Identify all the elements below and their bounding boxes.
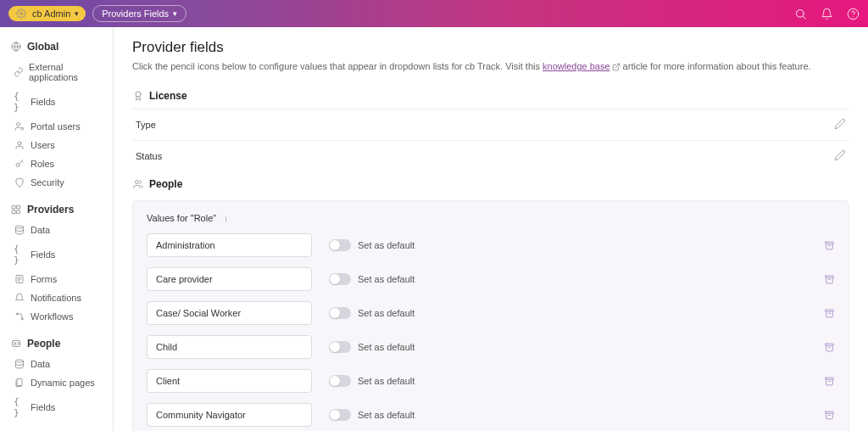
field-row-type: Type [132, 109, 849, 140]
app-header: cb Admin ▾ Providers Fields ▾ [0, 0, 868, 27]
sidebar-item-label: Fields [31, 97, 55, 107]
value-input[interactable] [147, 301, 312, 325]
sidebar-item[interactable]: { }Fields [0, 239, 113, 270]
default-toggle[interactable] [329, 409, 351, 421]
key-icon [14, 159, 25, 169]
default-toggle-label: Set as default [358, 308, 415, 318]
default-toggle-label: Set as default [358, 274, 415, 284]
archive-icon[interactable] [824, 410, 835, 421]
pencil-icon[interactable] [834, 118, 846, 132]
sidebar-group[interactable]: Global [0, 36, 113, 58]
chevron-down-icon: ▾ [75, 9, 79, 18]
svg-rect-9 [17, 206, 20, 210]
flow-icon [14, 311, 25, 322]
svg-rect-10 [13, 210, 16, 214]
value-row: Set as default [147, 403, 835, 427]
sidebar-group[interactable]: Providers [0, 199, 113, 221]
default-toggle[interactable] [329, 375, 351, 387]
default-toggle[interactable] [329, 273, 351, 285]
help-icon[interactable] [847, 8, 860, 20]
sidebar-item[interactable]: Data [0, 355, 113, 373]
sidebar-item[interactable]: Forms [0, 270, 113, 288]
sidebar-item[interactable]: Security [0, 173, 113, 192]
archive-icon[interactable] [824, 274, 835, 285]
form-icon [14, 274, 25, 284]
breadcrumb-pill[interactable]: Providers Fields ▾ [92, 5, 186, 22]
license-icon [132, 91, 144, 101]
sidebar-item[interactable]: Workflows [0, 307, 113, 326]
svg-point-0 [20, 13, 23, 15]
value-input[interactable] [147, 267, 312, 291]
svg-point-4 [17, 123, 20, 126]
value-row: Set as default [147, 301, 835, 325]
search-icon[interactable] [794, 8, 807, 20]
svg-rect-8 [13, 206, 16, 210]
sidebar-item[interactable]: Data [0, 221, 113, 239]
gear-icon [15, 8, 27, 19]
default-toggle[interactable] [329, 307, 351, 319]
database-icon [14, 359, 25, 369]
page-title: Provider fields [132, 39, 849, 56]
value-row: Set as default [147, 233, 835, 257]
values-panel: Values for "Role" ↓ Set as defaultSet as… [132, 200, 849, 431]
values-title: Values for "Role" ↓ [147, 213, 835, 223]
sidebar-item-label: Data [31, 225, 50, 235]
chevron-down-icon: ▾ [173, 9, 177, 18]
admin-pill[interactable]: cb Admin ▾ [8, 6, 86, 21]
arrow-down-icon[interactable]: ↓ [224, 214, 228, 223]
value-input[interactable] [147, 233, 312, 257]
shield-icon [14, 177, 25, 188]
svg-point-1 [797, 9, 804, 17]
sidebar-item-label: External applications [29, 62, 103, 82]
sidebar-item-label: Users [31, 140, 55, 150]
svg-point-2 [848, 8, 859, 20]
sidebar-item-label: Roles [31, 159, 54, 169]
sidebar-item-label: Fields [31, 402, 55, 412]
archive-icon[interactable] [824, 308, 835, 319]
archive-icon[interactable] [824, 342, 835, 353]
value-input[interactable] [147, 369, 312, 393]
pencil-icon[interactable] [834, 149, 846, 163]
svg-rect-25 [826, 242, 834, 243]
sidebar-group[interactable]: People [0, 333, 113, 355]
value-row: Set as default [147, 267, 835, 291]
default-toggle-label: Set as default [358, 376, 415, 386]
bell-icon[interactable] [821, 8, 833, 20]
sidebar-item-label: Workflows [31, 311, 74, 322]
section-people: People [132, 171, 849, 197]
archive-icon[interactable] [824, 240, 835, 251]
bell-icon [14, 293, 25, 303]
sidebar-item[interactable]: Users [0, 136, 113, 154]
archive-icon[interactable] [824, 376, 835, 387]
pages-icon [14, 378, 25, 388]
sidebar-item[interactable]: { }Fields [0, 392, 113, 423]
database-icon [14, 225, 25, 235]
svg-rect-27 [826, 310, 834, 311]
svg-point-23 [136, 92, 141, 97]
svg-rect-16 [13, 341, 20, 347]
sidebar-item-label: Data [31, 359, 50, 369]
svg-rect-30 [826, 411, 834, 413]
default-toggle[interactable] [329, 341, 351, 353]
kb-link[interactable]: knowledge base [542, 61, 610, 71]
default-toggle-label: Set as default [358, 342, 415, 352]
default-toggle[interactable] [329, 239, 351, 251]
svg-rect-28 [826, 344, 834, 345]
admin-pill-label: cb Admin [32, 8, 70, 19]
user-icon [14, 140, 25, 150]
value-input[interactable] [147, 335, 312, 359]
sidebar-item[interactable]: Portal users [0, 117, 113, 136]
braces-icon: { } [14, 243, 25, 266]
sidebar-item[interactable]: External applications [0, 58, 113, 87]
value-row: Set as default [147, 335, 835, 359]
sidebar-item[interactable]: Roles [0, 154, 113, 173]
sidebar-item[interactable]: { }Fields [0, 87, 113, 117]
value-row: Set as default [147, 369, 835, 393]
svg-point-17 [14, 343, 16, 344]
sidebar-item[interactable]: Dynamic pages [0, 373, 113, 392]
value-input[interactable] [147, 403, 312, 427]
default-toggle-label: Set as default [358, 240, 415, 250]
sidebar-item[interactable]: Notifications [0, 288, 113, 307]
svg-point-24 [136, 181, 139, 184]
section-license: License [132, 83, 849, 109]
